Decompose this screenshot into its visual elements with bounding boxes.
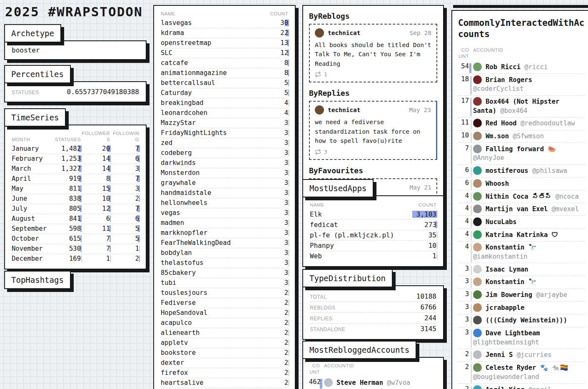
count-bar [140, 245, 140, 252]
hashtag-row[interactable]: SLC 12 [161, 48, 288, 58]
hashtag-row[interactable]: Monsterdon 3 [161, 168, 288, 178]
account-row[interactable]: 4 Katrina Katrinka 🛡 [458, 228, 585, 241]
hashtag-row[interactable]: HopeSandoval 2 [161, 308, 288, 318]
app-name: fedicat [310, 221, 411, 229]
boost-count: 1 [324, 71, 327, 77]
hashtag-row[interactable]: catcafe 8 [161, 58, 288, 68]
hashtag-row[interactable]: firefox 2 [161, 368, 288, 378]
account-name: Nithin Coca నితిన్ [486, 193, 551, 200]
account-row[interactable]: 54 Rob Ricci @ricci [458, 61, 585, 73]
account-id: Dave Lightbeam @lightbeaminsight [473, 329, 585, 347]
timeseries-row: December 169 1 2 [12, 254, 139, 264]
hashtag-row[interactable]: madmen 3 [161, 218, 288, 228]
account-row[interactable]: 10 Wm.son @Sfwmson [458, 130, 585, 143]
account-name: Steve Herman [336, 379, 383, 387]
hashtag-row[interactable]: tubi 3 [161, 278, 288, 288]
hashtag-row[interactable]: darkwinds 3 [161, 158, 288, 168]
hashtag-row[interactable]: codeberg 3 [161, 148, 288, 158]
hashtag-row[interactable]: leonardcohen 4 [161, 108, 288, 118]
account-row[interactable]: 11 Red Hood @redhoodoutlaw [458, 117, 585, 130]
hashtag-row[interactable]: hellonwheels 3 [161, 198, 288, 208]
account-row[interactable]: 4 Martijn van Exel @mvexel [458, 203, 585, 216]
typedistribution-tab-label: TypeDistribution [309, 274, 386, 283]
hashtag-row[interactable]: kdrama 22 [161, 28, 288, 38]
following-cell: 3 [110, 185, 139, 192]
hashtag-row[interactable]: heartsalive 2 [161, 378, 288, 388]
account-row[interactable]: 7 Falling forward 🍉 @AnnyJoe [458, 142, 585, 164]
followers-cell: 10 [81, 195, 110, 202]
account-row[interactable]: 4 Konstantin 🔭 @iamkonstantin [458, 241, 585, 263]
account-handle: @ricci [524, 63, 548, 71]
account-row[interactable]: 17 Box464 (Not Hipster Santa) @box464 [458, 95, 585, 117]
mostrebloggedaccounts-panel-tab: MostRebloggedAccounts [302, 341, 416, 359]
hashtag-count-cell: 12 [262, 49, 288, 57]
statuses-cell: 1,327 [52, 165, 81, 172]
hashtag-row[interactable]: Fediverse 2 [161, 298, 288, 308]
account-name: Konstantin 🔭 [486, 244, 536, 251]
avatar [473, 119, 482, 127]
account-row[interactable]: 3 Isaac Lyman [458, 263, 585, 276]
account-row[interactable]: 462 Steve Herman @w7voa [309, 377, 437, 389]
following-cell: 6 [110, 155, 139, 162]
hashtag-count-cell: 3 [262, 249, 288, 257]
byreplies-post[interactable]: technicat May 23 we need a fediverse sta… [309, 101, 437, 160]
hashtag-row[interactable]: graywhale 3 [161, 178, 288, 188]
timeseries-row: June 838 10 2 [12, 194, 139, 204]
hashtag-row[interactable]: 85cbakery 3 [161, 268, 288, 278]
hashtag-name: SLC [161, 49, 262, 57]
following-cell: 7 [110, 205, 139, 212]
account-row[interactable]: 3 jcrabapple [458, 301, 585, 314]
account-row[interactable]: 3 Dave Lightbeam @lightbeaminsight [458, 327, 585, 349]
account-row[interactable]: 3 Jim Bowering @arjaybe [458, 289, 585, 302]
timeseries-row: January 1,482 20 7 [12, 144, 139, 154]
hashtag-row[interactable]: alienearth 2 [161, 328, 288, 338]
account-name: Konstantin 🔭 [486, 278, 536, 286]
hashtag-row[interactable]: touslesjours 2 [161, 288, 288, 298]
account-row[interactable]: 6 mostiferous @philsawa [458, 165, 585, 177]
app-row: Web 1 [310, 251, 436, 261]
hashtag-count-cell: 2 [262, 369, 288, 377]
hashtag-row[interactable]: handmaidstale 3 [161, 188, 288, 198]
account-row[interactable]: 2 April King @april [458, 383, 585, 389]
account-row[interactable]: 4 NucuLabs [458, 215, 585, 228]
count-bar [289, 160, 289, 166]
hashtag-row[interactable]: FearTheWalkingDead 3 [161, 238, 288, 248]
hashtag-row[interactable]: zed 3 [161, 138, 288, 148]
hashtag-row[interactable]: markknopfler 3 [161, 228, 288, 238]
account-row[interactable]: 6 Whoosh [458, 177, 585, 190]
hashtag-row[interactable]: thelastofus 3 [161, 258, 288, 268]
account-row[interactable]: 4 Nithin Coca నితిన్ @ncoca [458, 190, 585, 203]
month-label: August [12, 215, 52, 222]
hashtag-row[interactable]: openstreetmap 13 [161, 38, 288, 48]
hashtag-row[interactable]: lasvegas 30 [161, 18, 288, 28]
hashtag-row[interactable]: bobdylan 3 [161, 248, 288, 258]
hashtag-row[interactable]: breakingbad 4 [161, 98, 288, 108]
mostusedapps-tab-label: MostUsedApps [309, 184, 366, 193]
count-bar [437, 242, 437, 249]
hashtag-row[interactable]: appletv 2 [161, 338, 288, 348]
byreblogs-post[interactable]: technicat Sep 28 All books should be tit… [309, 24, 437, 82]
followers-cell: 1 [81, 255, 110, 262]
account-handle: @jcurries [517, 351, 552, 359]
account-row[interactable]: 3 (((Cindy Weinstein))) [458, 314, 585, 327]
hashtag-row[interactable]: dexter 2 [161, 358, 288, 368]
account-row[interactable]: 2 Jenni S @jcurries [458, 349, 585, 362]
hashtag-name: breakingbad [161, 99, 262, 107]
hashtag-row[interactable]: acapulco 2 [161, 318, 288, 328]
hashtag-row[interactable]: bettercallsaul 5 [161, 78, 288, 88]
account-row[interactable]: 2 Celeste Ryder 🐾 🐀🏳️‍🌈 @bougiewonderlan… [458, 362, 585, 383]
hashtag-count-cell: 2 [262, 309, 288, 317]
type-label: REBLOGS [310, 305, 336, 311]
hashtag-row[interactable]: Caturday 5 [161, 88, 288, 98]
account-row[interactable]: 18 Brian Rogers @coderCyclist [458, 73, 585, 95]
account-row[interactable]: 3 Konstantin 🔭 [458, 276, 585, 289]
type-label: TOTAL [310, 294, 326, 300]
hashtag-row[interactable]: animationmagazine 8 [161, 68, 288, 78]
hashtag-row[interactable]: FridayNightLights 3 [161, 128, 288, 138]
hashtag-row[interactable]: bookstore 2 [161, 348, 288, 358]
hashtag-row[interactable]: vegas 3 [161, 208, 288, 218]
hashtag-row[interactable]: MazzyStar 3 [161, 118, 288, 128]
month-label: June [12, 195, 52, 202]
avatar [473, 217, 482, 226]
account-count: 54 [458, 62, 469, 72]
